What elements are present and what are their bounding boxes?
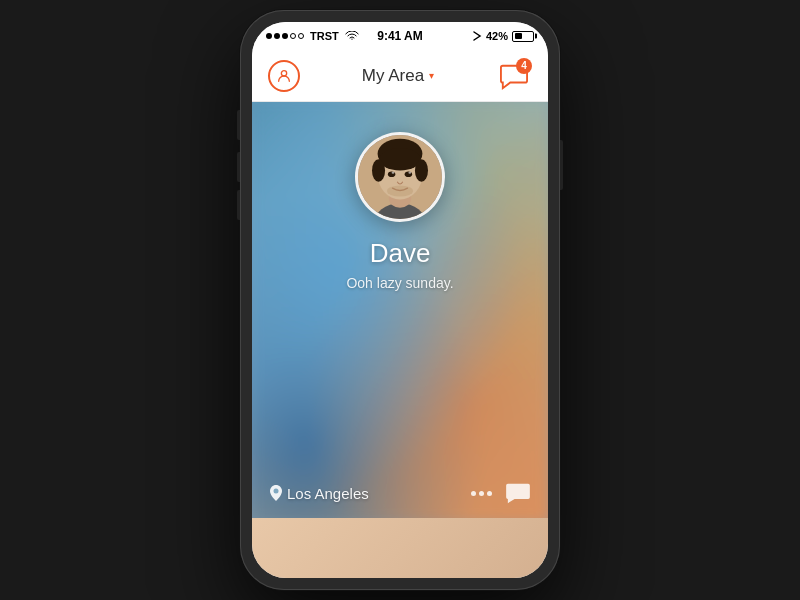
avatar-image: [358, 135, 442, 219]
svg-point-6: [379, 148, 420, 170]
dot-2: [479, 491, 484, 496]
svg-point-9: [388, 171, 395, 177]
signal-dot-5: [298, 33, 304, 39]
location-text: Los Angeles: [287, 485, 369, 502]
status-bar: TRST 9:41 AM 42%: [252, 22, 548, 50]
signal-dots: [266, 33, 304, 39]
status-time: 9:41 AM: [377, 29, 423, 43]
more-options-button[interactable]: [471, 491, 492, 496]
profile-name: Dave: [370, 238, 431, 269]
avatar: [355, 132, 445, 222]
message-button[interactable]: [506, 482, 530, 504]
svg-point-11: [392, 172, 395, 174]
bluetooth-icon: [472, 29, 482, 43]
nav-title-text: My Area: [362, 66, 424, 86]
svg-point-0: [281, 70, 286, 75]
card-footer: Los Angeles: [252, 468, 548, 518]
wifi-icon: [345, 31, 359, 41]
chevron-down-icon: ▾: [429, 70, 434, 81]
svg-point-7: [372, 159, 385, 181]
signal-dot-2: [274, 33, 280, 39]
signal-dot-3: [282, 33, 288, 39]
carrier-text: TRST: [310, 30, 339, 42]
profile-card[interactable]: Dave Ooh lazy sunday. Los Angeles: [252, 102, 548, 518]
nav-bar: My Area ▾ 4: [252, 50, 548, 102]
dot-1: [471, 491, 476, 496]
phone-frame: TRST 9:41 AM 42%: [240, 10, 560, 590]
card-actions: [471, 482, 530, 504]
dot-3: [487, 491, 492, 496]
message-icon: [506, 482, 530, 504]
svg-point-8: [415, 159, 428, 181]
svg-point-10: [405, 171, 412, 177]
phone-screen: TRST 9:41 AM 42%: [252, 22, 548, 578]
chat-button[interactable]: 4: [496, 58, 532, 94]
location-info: Los Angeles: [270, 485, 369, 502]
battery-percent: 42%: [486, 30, 508, 42]
svg-point-12: [408, 172, 411, 174]
next-card-peek: [252, 518, 548, 578]
svg-point-14: [274, 489, 279, 494]
battery-fill: [515, 33, 522, 39]
status-left: TRST: [266, 30, 359, 42]
svg-point-13: [387, 185, 413, 196]
status-right: 42%: [472, 29, 534, 43]
profile-status-text: Ooh lazy sunday.: [346, 275, 453, 291]
chat-badge: 4: [516, 58, 532, 74]
nav-title[interactable]: My Area ▾: [362, 66, 434, 86]
person-icon: [276, 68, 292, 84]
profile-icon-button[interactable]: [268, 60, 300, 92]
signal-dot-4: [290, 33, 296, 39]
signal-dot-1: [266, 33, 272, 39]
location-pin-icon: [270, 485, 282, 501]
battery-icon: [512, 31, 534, 42]
profile-content: Dave Ooh lazy sunday.: [252, 102, 548, 291]
